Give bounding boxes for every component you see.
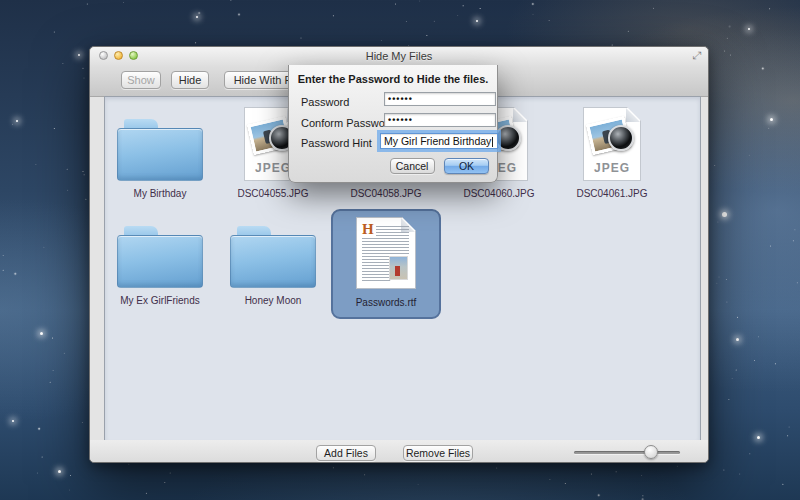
- desktop-wallpaper: Hide My Files ⤢ Show Hide Hide With Pas …: [0, 0, 800, 500]
- bright-star: [12, 420, 14, 422]
- star-dots: [0, 0, 1, 1]
- bright-star: [16, 120, 18, 122]
- icon-box: JPEG: [557, 102, 667, 186]
- show-button[interactable]: Show: [121, 71, 161, 89]
- password-hint-input[interactable]: My Girl Friend Birthday: [380, 133, 498, 149]
- confirm-password-input[interactable]: ••••••: [384, 113, 496, 127]
- file-label: DSC04055.JPG: [237, 188, 308, 199]
- file-item[interactable]: My Ex GirlFriends: [105, 209, 215, 315]
- bright-star: [78, 54, 80, 56]
- bright-star: [476, 20, 478, 22]
- confirm-password-label: Conform Password: [301, 117, 395, 129]
- bottom-bar: Add Files Remove Files: [90, 440, 708, 462]
- add-files-button[interactable]: Add Files: [316, 445, 376, 461]
- icon-box: H: [333, 211, 439, 295]
- folder-icon: [117, 119, 203, 181]
- app-window: Hide My Files ⤢ Show Hide Hide With Pas …: [89, 46, 709, 463]
- file-label: DSC04061.JPG: [576, 188, 647, 199]
- file-label: DSC04060.JPG: [463, 188, 534, 199]
- bright-star: [196, 16, 198, 18]
- file-label: Honey Moon: [245, 295, 302, 306]
- icon-size-slider[interactable]: [574, 445, 680, 459]
- file-label: Passwords.rtf: [356, 297, 417, 308]
- cancel-button[interactable]: Cancel: [390, 158, 435, 174]
- slider-track[interactable]: [574, 451, 680, 454]
- bright-star: [58, 470, 61, 473]
- folder-icon: [117, 226, 203, 288]
- file-label: My Ex GirlFriends: [120, 295, 199, 306]
- jpeg-file-icon: JPEG: [583, 107, 641, 181]
- dialog-title: Enter the Password to Hide the files.: [289, 73, 497, 85]
- password-dialog: Enter the Password to Hide the files. Pa…: [288, 65, 498, 183]
- file-item[interactable]: JPEGDSC04061.JPG: [557, 102, 667, 208]
- file-item[interactable]: My Birthday: [105, 102, 215, 208]
- file-label: My Birthday: [134, 188, 187, 199]
- bright-star: [722, 212, 727, 217]
- file-item[interactable]: Honey Moon: [218, 209, 328, 315]
- bright-star: [757, 436, 760, 439]
- ok-button[interactable]: OK: [444, 158, 489, 174]
- rtf-file-icon: H: [356, 217, 416, 289]
- fullscreen-icon[interactable]: ⤢: [692, 49, 701, 62]
- hide-button[interactable]: Hide: [171, 71, 209, 89]
- file-label: DSC04058.JPG: [350, 188, 421, 199]
- titlebar[interactable]: Hide My Files ⤢: [90, 47, 708, 65]
- bright-star: [770, 118, 773, 121]
- bright-star: [40, 332, 43, 335]
- remove-files-button[interactable]: Remove Files: [403, 445, 473, 461]
- password-label: Password: [301, 96, 349, 108]
- file-item[interactable]: HPasswords.rtf: [331, 209, 441, 319]
- folder-icon: [230, 226, 316, 288]
- icon-box: [105, 102, 215, 186]
- password-hint-label: Password Hint: [301, 137, 372, 149]
- bright-star: [736, 338, 739, 341]
- slider-thumb[interactable]: [644, 445, 658, 459]
- icon-box: [218, 209, 328, 293]
- window-title: Hide My Files: [90, 50, 708, 62]
- icon-box: [105, 209, 215, 293]
- bright-star: [748, 28, 750, 30]
- password-input[interactable]: ••••••: [384, 92, 496, 106]
